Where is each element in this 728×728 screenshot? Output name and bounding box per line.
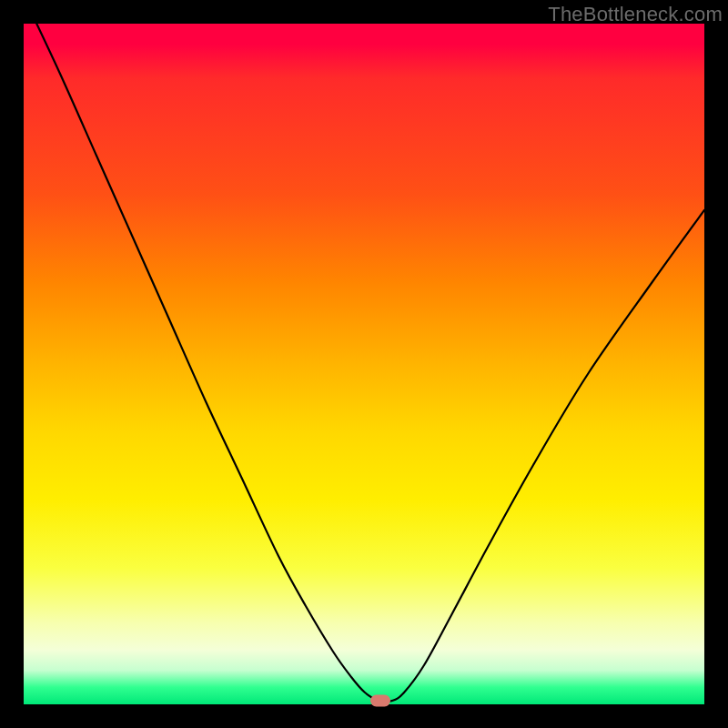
optimal-point-marker	[370, 695, 390, 707]
bottleneck-curve	[24, 24, 704, 704]
chart-frame: TheBottleneck.com	[0, 0, 728, 728]
plot-area	[24, 24, 704, 704]
watermark-text: TheBottleneck.com	[548, 3, 723, 26]
